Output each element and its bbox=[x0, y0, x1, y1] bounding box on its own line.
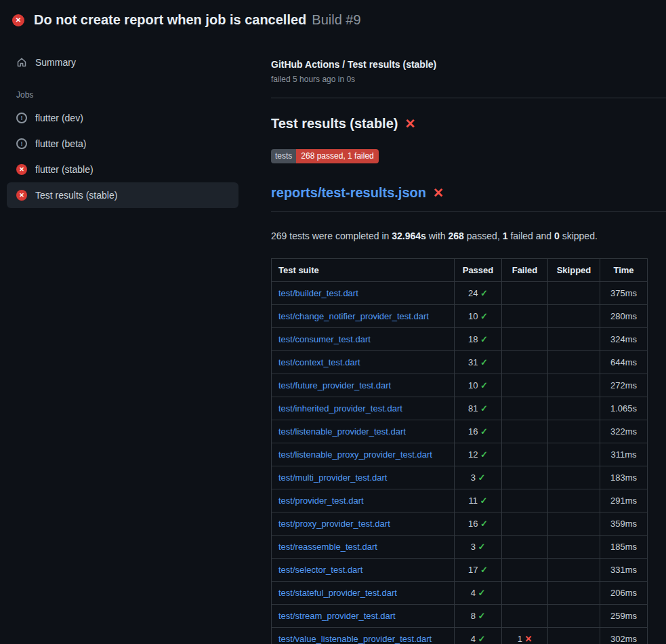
passed-cell-count: 31 bbox=[468, 357, 480, 367]
passed-cell: 31 ✓ bbox=[455, 351, 502, 374]
breadcrumb: GitHub Actions / Test results (stable) bbox=[271, 59, 666, 70]
skipped-cell bbox=[548, 305, 600, 328]
suite-link[interactable]: test/inherited_provider_test.dart bbox=[278, 403, 402, 414]
skipped-cell bbox=[548, 489, 600, 512]
suite-link[interactable]: test/consumer_test.dart bbox=[278, 334, 371, 344]
sidebar-item-flutter-dev[interactable]: ! flutter (dev) bbox=[7, 105, 238, 131]
skipped-cell bbox=[548, 374, 600, 397]
failed-cell-count: 1 bbox=[518, 634, 525, 644]
table-row: test/listenable_provider_test.dart16 ✓32… bbox=[272, 420, 648, 443]
suite-link[interactable]: test/builder_test.dart bbox=[278, 288, 358, 298]
table-row: test/provider_test.dart11 ✓291ms bbox=[272, 489, 648, 512]
failed-cell bbox=[502, 536, 548, 559]
passed-cell-count: 4 bbox=[471, 634, 478, 644]
passed-cell: 8 ✓ bbox=[455, 605, 502, 628]
table-row: test/listenable_proxy_provider_test.dart… bbox=[272, 443, 648, 466]
check-icon: ✓ bbox=[480, 357, 488, 367]
skipped-cell bbox=[548, 443, 600, 466]
col-header-passed: Passed bbox=[455, 259, 502, 282]
sidebar-item-label: flutter (stable) bbox=[35, 164, 93, 175]
sidebar-item-label: flutter (beta) bbox=[35, 138, 86, 149]
skipped-cell bbox=[548, 420, 600, 443]
suite-cell: test/reassemble_test.dart bbox=[272, 536, 455, 559]
suite-link[interactable]: test/listenable_proxy_provider_test.dart bbox=[278, 449, 432, 460]
suite-link[interactable]: test/multi_provider_test.dart bbox=[278, 472, 387, 483]
skipped-cell bbox=[548, 466, 600, 489]
passed-cell: 4 ✓ bbox=[455, 582, 502, 605]
suite-link[interactable]: test/change_notifier_provider_test.dart bbox=[278, 311, 429, 321]
report-file-link[interactable]: reports/test-results.json bbox=[271, 185, 426, 200]
summary-text: skipped. bbox=[560, 230, 598, 241]
failed-cell bbox=[502, 605, 548, 628]
suite-link[interactable]: test/future_provider_test.dart bbox=[278, 380, 391, 390]
sidebar-item-flutter-beta[interactable]: ! flutter (beta) bbox=[7, 131, 238, 157]
passed-cell: 18 ✓ bbox=[455, 328, 502, 351]
passed-cell: 10 ✓ bbox=[455, 374, 502, 397]
failed-cell bbox=[502, 397, 548, 420]
passed-cell-count: 81 bbox=[468, 403, 480, 414]
suite-link[interactable]: test/proxy_provider_test.dart bbox=[278, 519, 390, 529]
time-cell: 311ms bbox=[600, 443, 648, 466]
col-header-test-suite: Test suite bbox=[272, 259, 455, 282]
table-row: test/value_listenable_provider_test.dart… bbox=[272, 628, 648, 644]
passed-cell-count: 10 bbox=[468, 311, 480, 321]
check-icon: ✓ bbox=[480, 449, 488, 460]
skipped-cell bbox=[548, 536, 600, 559]
time-cell: 1.065s bbox=[600, 397, 648, 420]
skipped-cell bbox=[548, 328, 600, 351]
time-cell: 359ms bbox=[600, 512, 648, 536]
suite-cell: test/proxy_provider_test.dart bbox=[272, 512, 455, 536]
table-row: test/builder_test.dart24 ✓375ms bbox=[272, 282, 648, 305]
suite-link[interactable]: test/stateful_provider_test.dart bbox=[278, 588, 397, 598]
failed-cell bbox=[502, 282, 548, 305]
results-table: Test suite Passed Failed Skipped Time te… bbox=[271, 258, 648, 644]
passed-cell: 81 ✓ bbox=[455, 397, 502, 420]
time-cell: 272ms bbox=[600, 374, 648, 397]
failed-cell bbox=[502, 305, 548, 328]
suite-link[interactable]: test/listenable_provider_test.dart bbox=[278, 426, 406, 437]
suite-link[interactable]: test/context_test.dart bbox=[278, 357, 360, 367]
check-icon: ✓ bbox=[480, 403, 488, 414]
suite-link[interactable]: test/selector_test.dart bbox=[278, 565, 362, 575]
suite-link[interactable]: test/stream_provider_test.dart bbox=[278, 611, 396, 621]
time-cell: 302ms bbox=[600, 628, 648, 644]
page-header: ✕ Do not create report when job is cance… bbox=[0, 0, 666, 36]
passed-cell-count: 24 bbox=[468, 288, 480, 298]
suite-cell: test/inherited_provider_test.dart bbox=[272, 397, 455, 420]
passed-cell-count: 18 bbox=[468, 334, 480, 344]
suite-link[interactable]: test/reassemble_test.dart bbox=[278, 542, 377, 552]
check-icon: ✓ bbox=[480, 334, 488, 344]
sidebar-item-label: Summary bbox=[35, 57, 76, 68]
passed-cell-count: 4 bbox=[471, 588, 478, 598]
table-row: test/selector_test.dart17 ✓331ms bbox=[272, 559, 648, 582]
passed-cell: 11 ✓ bbox=[455, 489, 502, 512]
time-cell: 291ms bbox=[600, 489, 648, 512]
summary-skipped-count: 0 bbox=[554, 230, 560, 241]
passed-cell-count: 16 bbox=[468, 519, 480, 529]
skipped-cell bbox=[548, 559, 600, 582]
sidebar-item-summary[interactable]: Summary bbox=[7, 49, 238, 75]
failed-status-icon: ✕ bbox=[16, 164, 27, 175]
skipped-cell bbox=[548, 628, 600, 644]
table-row: test/stream_provider_test.dart8 ✓259ms bbox=[272, 605, 648, 628]
passed-cell: 3 ✓ bbox=[455, 536, 502, 559]
suite-cell: test/multi_provider_test.dart bbox=[272, 466, 455, 489]
skipped-cell bbox=[548, 512, 600, 536]
check-icon: ✓ bbox=[480, 380, 488, 390]
divider bbox=[271, 98, 666, 98]
check-icon: ✓ bbox=[480, 519, 488, 529]
suite-link[interactable]: test/provider_test.dart bbox=[278, 496, 364, 506]
failed-status-icon: ✕ bbox=[16, 190, 27, 201]
page-title: Do not create report when job is cancell… bbox=[34, 12, 306, 28]
sidebar-item-test-results-stable[interactable]: ✕ Test results (stable) bbox=[7, 182, 238, 208]
section-title-text: Test results (stable) bbox=[271, 116, 398, 131]
sidebar-item-flutter-stable[interactable]: ✕ flutter (stable) bbox=[7, 157, 238, 182]
failed-cell bbox=[502, 466, 548, 489]
col-header-failed: Failed bbox=[502, 259, 548, 282]
skipped-cell bbox=[548, 282, 600, 305]
summary-passed-count: 268 bbox=[449, 230, 464, 241]
suite-link[interactable]: test/value_listenable_provider_test.dart bbox=[278, 634, 432, 644]
results-table-body: test/builder_test.dart24 ✓375mstest/chan… bbox=[272, 282, 648, 644]
main-content: GitHub Actions / Test results (stable) f… bbox=[271, 36, 666, 644]
passed-cell-count: 12 bbox=[468, 449, 480, 460]
